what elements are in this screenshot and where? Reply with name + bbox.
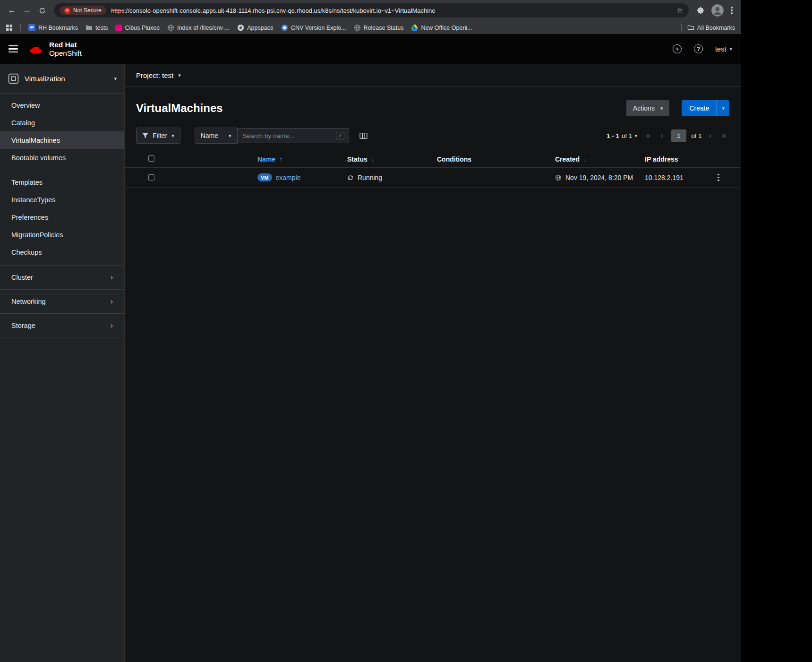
bookmark-appspace[interactable]: Appspace	[237, 24, 274, 31]
back-icon[interactable]: ←	[5, 3, 19, 17]
folder-icon	[687, 24, 694, 31]
folder-icon	[85, 24, 93, 31]
vm-ip-address: 10.128.2.191	[645, 174, 711, 181]
keyboard-shortcut-hint: /	[336, 132, 344, 139]
caret-down-icon: ▾	[114, 76, 117, 82]
column-header-ip: IP address	[645, 155, 711, 163]
pagination-summary-dropdown[interactable]: 1 - 1 of 1 ▾	[607, 132, 637, 139]
sidebar-item-templates[interactable]: Templates	[0, 173, 124, 191]
url-scheme: https	[111, 7, 124, 14]
sidebar-item-networking[interactable]: Networking ›	[0, 289, 124, 313]
security-badge[interactable]: × Not Secure	[60, 6, 106, 15]
sidebar-item-bootable-volumes[interactable]: Bootable volumes	[0, 149, 124, 166]
help-icon[interactable]: ?	[694, 44, 703, 53]
bookmarks-favicon	[28, 24, 35, 31]
bookmark-cibus-pluxee[interactable]: Cibus Pluxee	[115, 25, 160, 31]
nav-toggle-icon[interactable]	[9, 45, 18, 52]
browser-window: ← → × Not Secure https://console-openshi…	[0, 0, 741, 662]
running-sync-icon	[347, 174, 354, 181]
browser-toolbar: ← → × Not Secure https://console-openshi…	[0, 0, 741, 21]
sidebar-item-storage[interactable]: Storage ›	[0, 313, 124, 337]
column-header-conditions: Conditions	[437, 155, 555, 163]
create-caret[interactable]: ▾	[717, 100, 729, 116]
create-button[interactable]: Create ▾	[682, 100, 729, 116]
url-bar[interactable]: × Not Secure https://console-openshift-c…	[54, 3, 689, 17]
column-header-name[interactable]: Name ↑	[257, 155, 347, 163]
bookmark-rh-bookmarks[interactable]: RH Bookmarks	[28, 24, 78, 31]
bookmark-cnv-version[interactable]: CNV Version Explo...	[281, 24, 346, 31]
sidebar-item-cluster[interactable]: Cluster ›	[0, 265, 124, 289]
chevron-right-icon: ›	[111, 273, 113, 282]
security-badge-label: Not Secure	[73, 7, 102, 14]
not-secure-icon: ×	[64, 8, 70, 14]
pagination: 1 - 1 of 1 ▾ « ‹ of 1 › »	[607, 129, 729, 142]
brand-logo[interactable]: Red Hat OpenShift	[26, 41, 82, 58]
virtualmachines-table: Name ↑ Status ↕ Conditions Created ↕ IP …	[125, 151, 741, 188]
sidebar-divider	[0, 169, 124, 169]
vm-status-label: Running	[358, 174, 382, 181]
page-header: VirtualMachines Actions ▾ Create ▾	[125, 87, 741, 126]
globe-icon	[167, 24, 174, 31]
next-page-button[interactable]: ›	[706, 131, 715, 140]
sidebar-item-checkups[interactable]: Checkups	[0, 243, 124, 261]
sort-icon: ↕	[583, 156, 587, 163]
bookmark-release-status[interactable]: Release Status	[354, 24, 404, 31]
sidebar-item-preferences[interactable]: Preferences	[0, 208, 124, 226]
bookmark-tests[interactable]: tests	[85, 24, 108, 31]
reload-icon[interactable]	[35, 3, 49, 17]
vm-name-link[interactable]: example	[276, 174, 301, 181]
main-content: Project: test ▾ VirtualMachines Actions …	[125, 64, 741, 662]
extensions-icon[interactable]	[693, 3, 708, 17]
vm-created-timestamp[interactable]: Nov 19, 2024, 8:20 PM	[565, 174, 633, 181]
list-toolbar: Filter ▾ Name ▾ / 1 - 1 of 1	[125, 126, 741, 151]
column-header-status[interactable]: Status ↕	[347, 155, 437, 163]
profile-avatar[interactable]	[711, 4, 724, 17]
side-navigation: Overview Catalog VirtualMachines Bootabl…	[0, 94, 124, 337]
url-rest: ://console-openshift-console.apps.uit-41…	[124, 7, 435, 14]
first-page-button[interactable]: «	[643, 131, 654, 140]
search-attribute-dropdown[interactable]: Name ▾	[195, 128, 238, 144]
bookmark-star-icon[interactable]: ☆	[677, 6, 683, 15]
forward-icon[interactable]: →	[20, 3, 34, 17]
perspective-switcher[interactable]: Virtualization ▾	[0, 64, 124, 94]
bookmark-index-files[interactable]: Index of /files/cnv-...	[167, 24, 230, 31]
prev-page-button[interactable]: ‹	[658, 131, 667, 140]
brand-text: Red Hat OpenShift	[49, 41, 82, 58]
sidebar-item-virtualmachines[interactable]: VirtualMachines	[0, 131, 124, 149]
caret-down-icon: ▾	[660, 105, 663, 112]
columns-icon	[359, 132, 368, 140]
page-count-label: of 1	[691, 132, 702, 139]
globe-icon	[555, 174, 562, 181]
column-header-created[interactable]: Created ↕	[555, 155, 645, 163]
row-kebab-menu-icon[interactable]	[714, 173, 723, 182]
actions-button[interactable]: Actions ▾	[626, 100, 669, 116]
row-checkbox[interactable]	[148, 174, 154, 181]
select-all-checkbox[interactable]	[148, 155, 154, 162]
caret-down-icon: ▾	[729, 46, 732, 52]
chevron-right-icon: ›	[111, 321, 113, 330]
browser-menu-icon[interactable]	[727, 6, 736, 15]
manage-columns-button[interactable]	[359, 132, 368, 140]
current-page-input[interactable]	[671, 129, 686, 142]
apps-grid-icon[interactable]	[6, 24, 13, 31]
caret-down-icon[interactable]: ▾	[178, 72, 181, 78]
bookmark-new-office[interactable]: New Office Openi...	[411, 25, 472, 31]
filter-dropdown[interactable]: Filter ▾	[136, 128, 180, 144]
chevron-right-icon: ›	[111, 297, 113, 306]
project-selector[interactable]: Project: test	[136, 71, 173, 79]
last-page-button[interactable]: »	[718, 131, 729, 140]
table-row: VM example Running Nov 19, 2024, 8:20 PM…	[125, 168, 741, 188]
import-yaml-icon[interactable]: +	[673, 44, 682, 53]
all-bookmarks-button[interactable]: All Bookmarks	[687, 24, 735, 31]
globe-icon	[354, 24, 361, 31]
search-input[interactable]	[243, 132, 333, 139]
sidebar-item-migrationpolicies[interactable]: MigrationPolicies	[0, 226, 124, 243]
caret-down-icon: ▾	[229, 133, 231, 139]
sidebar-item-catalog[interactable]: Catalog	[0, 114, 124, 131]
vm-resource-badge: VM	[257, 173, 272, 181]
sidebar-item-instancetypes[interactable]: InstanceTypes	[0, 191, 124, 208]
search-box: /	[238, 128, 349, 143]
cibus-favicon	[115, 25, 122, 31]
sidebar-item-overview[interactable]: Overview	[0, 96, 124, 114]
user-menu[interactable]: test ▾	[715, 45, 732, 53]
